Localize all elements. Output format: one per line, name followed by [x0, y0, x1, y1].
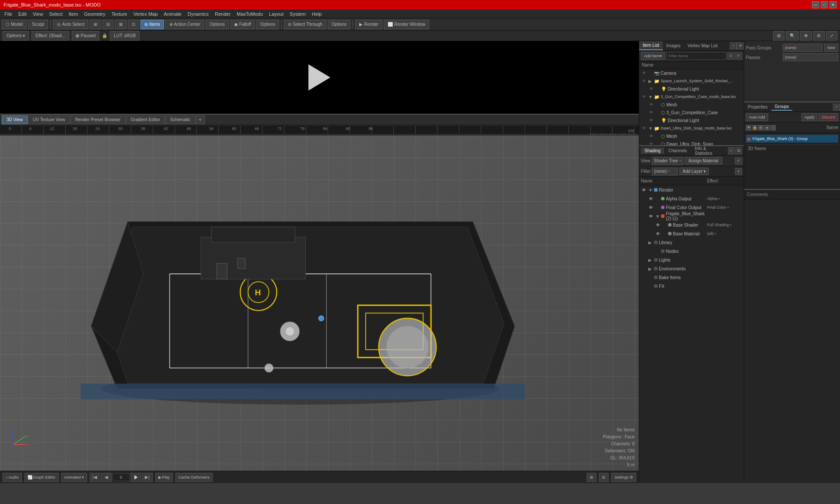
- eye-icon[interactable]: 👁: [648, 86, 654, 92]
- menu-layout[interactable]: Layout: [266, 10, 286, 18]
- expand-icon[interactable]: ▶: [648, 266, 653, 271]
- toolbar-icon-3[interactable]: ⊠: [115, 20, 126, 29]
- tab-properties[interactable]: Properties: [744, 104, 771, 110]
- tab-shading[interactable]: Shading: [641, 147, 664, 154]
- item-directional-2[interactable]: 👁 💡 Directional Light: [639, 116, 744, 124]
- menu-select[interactable]: Select: [46, 10, 65, 18]
- group-frigate[interactable]: ▣ Frigate_Blue_Shark (3) - Group: [746, 135, 838, 143]
- sh-render[interactable]: 👁 ▼ Render: [639, 186, 744, 194]
- add-tab-button[interactable]: +: [196, 116, 205, 124]
- add-layer-button[interactable]: Add Layer ▾: [679, 168, 709, 175]
- sh-environments[interactable]: ▶ Environments: [639, 264, 744, 273]
- shader-tree-dropdown[interactable]: Shader Tree ▾: [652, 157, 683, 165]
- next-frame-button[interactable]: ▶|: [142, 473, 153, 482]
- toolbar-icon-2[interactable]: ⊟: [102, 20, 114, 29]
- shading-expand-icon[interactable]: ⤢: [728, 147, 735, 154]
- auto-select-button[interactable]: ◎ Auto Select: [53, 20, 88, 29]
- grid-icon[interactable]: ⊞: [773, 31, 784, 41]
- item-mesh-2[interactable]: 👁 ⬡ Mesh: [639, 132, 744, 140]
- toolbar-icon-1[interactable]: ⊞: [90, 20, 101, 29]
- expand-icon[interactable]: ▶: [648, 258, 653, 262]
- sh-final-color[interactable]: 👁 Final Color Output Final Color ▾: [639, 203, 744, 212]
- visibility-icon[interactable]: 👁: [655, 231, 661, 237]
- visibility-icon[interactable]: 👁: [648, 204, 654, 210]
- eye-icon[interactable]: 👁: [641, 125, 647, 131]
- items-button[interactable]: Items: [140, 20, 164, 29]
- visibility-icon[interactable]: 👁: [655, 222, 661, 228]
- effect-dropdown[interactable]: Effect: (Shadi...: [32, 31, 69, 41]
- groups-lock-icon[interactable]: 🔒: [752, 125, 757, 130]
- passes-dropdown[interactable]: (none): [783, 53, 838, 61]
- tab-channels[interactable]: Channels: [665, 147, 690, 154]
- render-button[interactable]: ▶ Render: [355, 20, 382, 29]
- search-icon[interactable]: 🔍: [786, 31, 799, 41]
- add-item-button[interactable]: Add Item ▾: [641, 52, 665, 60]
- sh-base-shader[interactable]: 👁 Base Shader Full Shading ▾: [639, 220, 744, 229]
- sculpt-button[interactable]: Sculpt: [28, 20, 48, 29]
- move-icon[interactable]: ✥: [800, 31, 812, 41]
- menu-render[interactable]: Render: [212, 10, 233, 18]
- menu-system[interactable]: System: [287, 10, 308, 18]
- eye-icon[interactable]: 👁: [641, 78, 647, 84]
- visibility-icon[interactable]: 👁: [648, 213, 654, 219]
- item-camera[interactable]: 👁 📷 Camera: [639, 69, 744, 77]
- expand-icon[interactable]: ▼: [655, 214, 660, 219]
- play-button[interactable]: [131, 473, 141, 482]
- tab-vertex-map-list[interactable]: Vertex Map List: [684, 41, 721, 50]
- tab-images[interactable]: Images: [663, 41, 684, 50]
- eye-icon[interactable]: 👁: [641, 70, 647, 76]
- sh-bake-items[interactable]: Bake Items: [639, 273, 744, 282]
- shading-settings-icon[interactable]: ⚙: [735, 147, 742, 154]
- animated-dropdown[interactable]: Animated ▾: [61, 473, 87, 482]
- menu-dynamics[interactable]: Dynamics: [185, 10, 211, 18]
- prev-frame-button[interactable]: ◀: [101, 473, 112, 482]
- item-mesh-1[interactable]: 👁 ⬡ Mesh: [639, 101, 744, 108]
- settings-icon[interactable]: ⚙: [813, 31, 825, 41]
- menu-file[interactable]: File: [2, 10, 15, 18]
- item-gun-competition[interactable]: 👁 ▼ 📁 3_Gun_Competition_Case_modo_base.l…: [639, 93, 744, 101]
- expand-icon[interactable]: ⤢: [826, 31, 837, 41]
- menu-edit[interactable]: Edit: [16, 10, 29, 18]
- tab-uv-texture[interactable]: UV Texture View: [28, 116, 70, 124]
- groups-eye-icon[interactable]: 👁: [746, 125, 751, 130]
- menu-item[interactable]: Item: [66, 10, 80, 18]
- tab-groups[interactable]: Groups: [771, 103, 793, 111]
- sh-library[interactable]: ▶ Library: [639, 238, 744, 247]
- window-controls[interactable]: — □ ✕: [812, 1, 836, 8]
- sh-fx[interactable]: FX: [639, 282, 744, 290]
- groups-dot2-icon[interactable]: ○: [770, 125, 776, 130]
- menu-help[interactable]: Help: [309, 10, 325, 18]
- eye-icon[interactable]: 👁: [641, 94, 647, 100]
- discard-button[interactable]: Discard: [819, 113, 838, 121]
- tab-render-preset[interactable]: Render Preset Browser: [70, 116, 126, 124]
- select-through-button[interactable]: ⊘ Select Through: [284, 20, 326, 29]
- action-center-button[interactable]: ⊕ Action Center: [165, 20, 205, 29]
- item-space-launch[interactable]: 👁 ▶ 📁 Space_Launch_System_Solid_Rocket_.…: [639, 77, 744, 85]
- visibility-icon[interactable]: 👁: [648, 196, 654, 202]
- menu-geometry[interactable]: Geometry: [81, 10, 108, 18]
- graph-editor-button[interactable]: 📈 Graph Editor: [24, 473, 59, 482]
- menu-maxtomodo[interactable]: MaxToModo: [234, 10, 266, 18]
- pass-groups-dropdown[interactable]: (none): [783, 44, 822, 52]
- tab-3d-view[interactable]: 3D View: [2, 116, 28, 124]
- filter-s-button[interactable]: S: [735, 168, 742, 175]
- assign-material-button[interactable]: Assign Material: [685, 157, 722, 164]
- item-dawn-soap[interactable]: 👁 ⬡ Dawn_Ultra_Dish_Soap: [639, 140, 744, 145]
- menu-animate[interactable]: Animate: [161, 10, 184, 18]
- model-button[interactable]: ⬡ Model: [2, 20, 27, 29]
- tab-item-list[interactable]: Item List: [639, 41, 663, 50]
- maximize-button[interactable]: □: [821, 1, 828, 8]
- sh-nodes[interactable]: Nodes: [639, 247, 744, 256]
- toolbar-icon-4[interactable]: ⊡: [128, 20, 139, 29]
- pass-groups-new-button[interactable]: New: [824, 44, 838, 52]
- tab-info-statistics[interactable]: Info & Statistics: [691, 145, 726, 157]
- menu-texture[interactable]: Texture: [109, 10, 130, 18]
- item-dawn-ultra[interactable]: 👁 ▼ 📁 Dawn_Ultra_Dish_Soap_modo_base.lxo: [639, 124, 744, 132]
- options-button-3[interactable]: Options: [328, 20, 350, 29]
- eye-icon[interactable]: 👁: [648, 133, 654, 139]
- apply-button[interactable]: Apply: [802, 113, 818, 121]
- filter-items-input[interactable]: [666, 52, 726, 60]
- il-f-button[interactable]: F: [735, 52, 742, 60]
- minimize-button[interactable]: —: [812, 1, 819, 8]
- falloff-button[interactable]: ◉ Falloff: [230, 20, 255, 29]
